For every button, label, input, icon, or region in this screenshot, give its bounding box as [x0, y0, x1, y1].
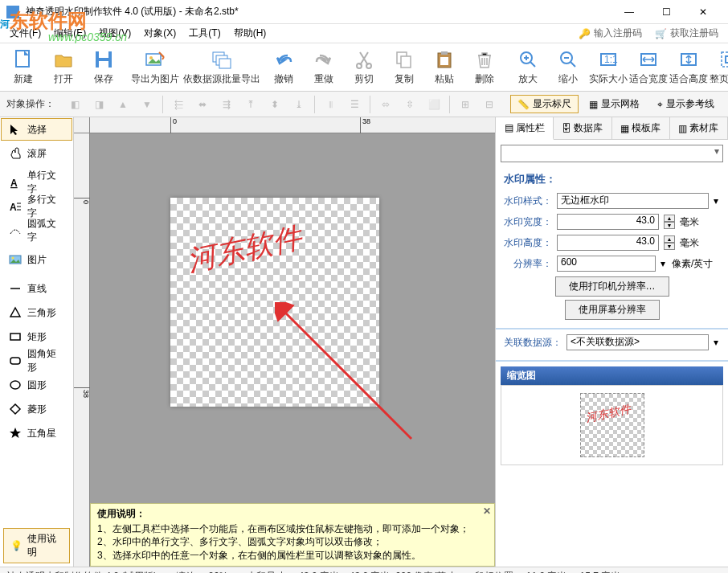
star-icon	[8, 426, 22, 440]
delete-button[interactable]: 删除	[464, 44, 505, 90]
align-right-button[interactable]: ⇶	[216, 94, 237, 115]
object-selector-combo[interactable]	[501, 145, 723, 162]
hint-title: 使用说明：	[97, 507, 488, 521]
fit-height-button[interactable]: 适合高度	[669, 44, 709, 90]
full-page-button[interactable]: 整页显示	[709, 44, 728, 90]
tool-scroll[interactable]: 滚屏	[1, 142, 72, 165]
ruler-vertical[interactable]: 0 38	[74, 133, 90, 567]
actual-size-button[interactable]: 1:1实际大小	[588, 44, 628, 90]
tab-assets[interactable]: ▥素材库	[670, 117, 728, 139]
maximize-button[interactable]: ☐	[648, 0, 685, 24]
batch-export-button[interactable]: 依数据源批量导出	[183, 44, 260, 90]
tool-line[interactable]: 直线	[1, 277, 72, 300]
use-printer-dpi-button[interactable]: 使用打印机分辨率…	[555, 276, 669, 297]
tool-diamond[interactable]: 菱形	[1, 398, 72, 420]
distribute-v-button[interactable]: ☰	[344, 94, 365, 115]
tool-triangle[interactable]: 三角形	[1, 301, 72, 324]
menu-edit[interactable]: 编辑(E)	[47, 25, 92, 42]
same-height-button[interactable]: ⇳	[399, 94, 420, 115]
status-size: 水印尺寸：43.0 毫米 x 43.0 毫米, 600 像素/英寸	[247, 570, 455, 573]
same-width-button[interactable]: ⬄	[375, 94, 396, 115]
zoom-out-button[interactable]: 缩小	[548, 44, 588, 90]
layer-front-button[interactable]: ◧	[64, 94, 85, 115]
menu-help[interactable]: 帮助(H)	[227, 25, 273, 42]
svg-rect-30	[10, 358, 20, 364]
fit-width-button[interactable]: 适合宽度	[628, 44, 669, 90]
width-input[interactable]: 43.0	[557, 214, 659, 230]
fit-width-icon	[637, 48, 660, 71]
right-panel: ▤属性栏 🗄数据库 ▦模板库 ▥素材库 水印属性： 水印样式： 无边框水印▾ 水…	[495, 117, 728, 567]
svg-text:A: A	[10, 178, 18, 189]
show-ruler-toggle[interactable]: 📏显示标尺	[510, 95, 579, 113]
layer-down-button[interactable]: ▼	[137, 94, 157, 115]
use-screen-dpi-button[interactable]: 使用屏幕分辨率	[565, 300, 660, 320]
width-label: 水印宽度：	[504, 215, 552, 229]
tool-arc-text[interactable]: 圆弧文字	[1, 219, 72, 242]
ruler-horizontal[interactable]: 0 38	[90, 117, 495, 133]
cut-button[interactable]: 剪切	[344, 44, 384, 90]
layer-back-button[interactable]: ◨	[88, 94, 109, 115]
main-toolbar: 新建 打开 保存 导出为图片 依数据源批量导出 撤销 重做 剪切 复制 粘贴 删…	[0, 43, 728, 92]
menu-file[interactable]: 文件(F)	[3, 25, 47, 42]
text-icon: A	[8, 175, 22, 190]
tab-database[interactable]: 🗄数据库	[554, 117, 611, 139]
align-left-button[interactable]: ⬱	[168, 94, 189, 115]
hint-close-button[interactable]: ✕	[483, 505, 491, 517]
template-icon: ▦	[620, 123, 629, 134]
get-reg-link[interactable]: 🛒获取注册码	[648, 27, 725, 40]
ungroup-button[interactable]: ⊟	[479, 94, 500, 115]
tool-single-text[interactable]: A单行文字	[1, 171, 72, 194]
guides-icon: ⌖	[657, 99, 663, 110]
same-size-button[interactable]: ⬜	[423, 94, 444, 115]
canvas-viewport[interactable]: 河东软件	[90, 133, 495, 567]
svg-point-5	[149, 56, 153, 59]
show-guides-toggle[interactable]: ⌖显示参考线	[650, 95, 722, 113]
align-top-button[interactable]: ⤒	[240, 94, 261, 115]
align-bottom-button[interactable]: ⤓	[288, 94, 309, 115]
menu-view[interactable]: 视图(V)	[92, 25, 137, 42]
enter-reg-link[interactable]: 🔑输入注册码	[572, 27, 648, 40]
align-center-v-button[interactable]: ⬍	[264, 94, 285, 115]
tool-round-rect[interactable]: 圆角矩形	[1, 350, 72, 372]
save-button[interactable]: 保存	[84, 44, 124, 90]
paste-button[interactable]: 粘贴	[424, 44, 464, 90]
export-image-button[interactable]: 导出为图片	[127, 44, 183, 90]
show-grid-toggle[interactable]: ▦显示网格	[582, 95, 647, 113]
redo-button[interactable]: 重做	[304, 44, 344, 90]
layer-up-button[interactable]: ▲	[112, 94, 133, 115]
tab-templates[interactable]: ▦模板库	[612, 117, 670, 139]
watermark-text-object[interactable]: 河东软件	[183, 219, 305, 281]
menu-object[interactable]: 对象(X)	[137, 25, 182, 42]
artboard[interactable]: 河东软件	[170, 198, 379, 407]
new-button[interactable]: 新建	[3, 44, 43, 90]
tab-properties[interactable]: ▤属性栏	[496, 117, 554, 140]
height-up[interactable]: ▲	[664, 235, 675, 243]
hint-button[interactable]: 💡使用说明	[3, 528, 70, 563]
undo-button[interactable]: 撤销	[264, 44, 304, 90]
copy-button[interactable]: 复制	[384, 44, 424, 90]
height-input[interactable]: 43.0	[557, 235, 659, 251]
zoom-out-icon	[557, 48, 579, 71]
minimize-button[interactable]: —	[611, 0, 648, 24]
menu-tools[interactable]: 工具(T)	[182, 25, 227, 42]
tool-rect[interactable]: 矩形	[1, 325, 72, 348]
zoom-in-button[interactable]: 放大	[508, 44, 548, 90]
close-button[interactable]: ✕	[685, 0, 722, 24]
align-center-h-button[interactable]: ⬌	[192, 94, 213, 115]
style-combo[interactable]: 无边框水印	[557, 193, 709, 209]
width-up[interactable]: ▲	[664, 215, 675, 222]
tool-image[interactable]: 图片	[1, 248, 72, 271]
width-down[interactable]: ▼	[664, 222, 675, 229]
distribute-h-button[interactable]: ⫴	[320, 94, 341, 115]
height-down[interactable]: ▼	[664, 243, 675, 250]
tool-select[interactable]: 选择	[1, 118, 72, 141]
open-button[interactable]: 打开	[43, 44, 84, 90]
group-button[interactable]: ⊞	[455, 94, 476, 115]
tool-star[interactable]: 五角星	[1, 422, 72, 444]
svg-text:1:1: 1:1	[604, 54, 618, 65]
tool-multi-text[interactable]: A多行文字	[1, 195, 72, 218]
dpi-unit: 像素/英寸	[672, 257, 720, 271]
tool-circle[interactable]: 圆形	[1, 374, 72, 396]
dpi-combo[interactable]: 600	[557, 256, 656, 272]
datasource-combo[interactable]: <不关联数据源>	[566, 334, 709, 350]
